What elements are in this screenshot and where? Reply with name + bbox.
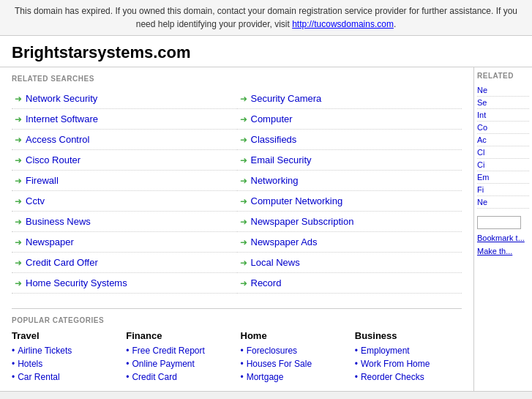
link-employment[interactable]: Employment — [361, 346, 410, 356]
link-hotels[interactable]: Hotels — [18, 359, 42, 369]
list-item: ➜ Home Security Systems — [12, 273, 237, 294]
arrow-icon: ➜ — [240, 176, 247, 186]
search-link-newspaper-subscription[interactable]: Newspaper Subscription — [251, 216, 354, 227]
search-link-home-security[interactable]: Home Security Systems — [26, 277, 127, 288]
list-item: Mortgage — [241, 370, 348, 384]
search-link-computer-networking[interactable]: Computer Networking — [251, 195, 343, 206]
link-airline-tickets[interactable]: Airline Tickets — [18, 346, 72, 356]
arrow-icon: ➜ — [15, 258, 22, 268]
arrow-icon: ➜ — [240, 155, 247, 165]
sidebar-search-input[interactable] — [477, 216, 521, 229]
arrow-icon: ➜ — [240, 196, 247, 206]
link-work-from-home[interactable]: Work From Home — [361, 359, 430, 369]
search-link-network-security[interactable]: Network Security — [26, 93, 97, 104]
search-link-record[interactable]: Record — [251, 277, 282, 288]
link-car-rental[interactable]: Car Rental — [18, 372, 59, 382]
list-item: Free Credit Report — [126, 344, 233, 357]
category-home-title: Home — [241, 330, 348, 341]
arrow-icon: ➜ — [15, 155, 22, 165]
list-item: ➜ Newspaper Ads — [237, 232, 462, 253]
sidebar-link-fi[interactable]: Fi — [477, 184, 529, 196]
sidebar-link-ci[interactable]: Ci — [477, 159, 529, 171]
sidebar-link-ne1[interactable]: Ne — [477, 84, 529, 97]
search-link-newspaper[interactable]: Newspaper — [26, 236, 74, 247]
expired-domain-banner: This domain has expired. If you owned th… — [0, 0, 532, 36]
list-item: Online Payment — [126, 357, 233, 370]
list-item: ➜ Access Control — [12, 130, 237, 150]
sidebar-make-link[interactable]: Make th... — [477, 247, 529, 256]
arrow-icon: ➜ — [240, 114, 247, 124]
category-home-list: Foreclosures Houses For Sale Mortgage — [241, 344, 348, 384]
list-item: Work From Home — [355, 357, 462, 370]
list-item: ➜ Email Security — [237, 150, 462, 171]
sidebar-link-co[interactable]: Co — [477, 122, 529, 134]
list-item: Car Rental — [12, 370, 119, 384]
link-online-payment[interactable]: Online Payment — [132, 359, 194, 369]
list-item: ➜ Record — [237, 273, 462, 294]
list-item: Foreclosures — [241, 344, 348, 357]
link-houses-for-sale[interactable]: Houses For Sale — [247, 359, 312, 369]
arrow-icon: ➜ — [15, 176, 22, 186]
search-link-classifieds[interactable]: Classifieds — [251, 134, 297, 145]
list-item: ➜ Firewall — [12, 171, 237, 191]
category-travel-title: Travel — [12, 330, 119, 341]
search-link-networking[interactable]: Networking — [251, 175, 299, 186]
main-layout: RELATED SEARCHES ➜ Network Security ➜ In… — [0, 67, 532, 391]
searches-left-col: ➜ Network Security ➜ Internet Software ➜… — [12, 89, 237, 294]
category-travel: Travel Airline Tickets Hotels Car Rental — [12, 330, 119, 384]
link-free-credit-report[interactable]: Free Credit Report — [132, 346, 204, 356]
category-business-list: Employment Work From Home Reorder Checks — [355, 344, 462, 384]
sidebar-link-cl[interactable]: Cl — [477, 146, 529, 159]
category-finance: Finance Free Credit Report Online Paymen… — [126, 330, 233, 384]
search-link-credit-card-offer[interactable]: Credit Card Offer — [26, 257, 98, 268]
search-link-access-control[interactable]: Access Control — [26, 134, 89, 145]
list-item: ➜ Cisco Router — [12, 150, 237, 171]
list-item: ➜ Cctv — [12, 191, 237, 212]
search-link-firewall[interactable]: Firewall — [26, 175, 59, 186]
sidebar-link-ac[interactable]: Ac — [477, 134, 529, 146]
sidebar-bottom: Bookmark t... Make th... — [477, 216, 529, 256]
list-item: ➜ Classifieds — [237, 130, 462, 150]
searches-grid: ➜ Network Security ➜ Internet Software ➜… — [12, 89, 462, 294]
sidebar-bookmark-link[interactable]: Bookmark t... — [477, 234, 529, 242]
arrow-icon: ➜ — [240, 237, 247, 247]
search-link-newspaper-ads[interactable]: Newspaper Ads — [251, 236, 318, 247]
sidebar-link-em[interactable]: Em — [477, 171, 529, 184]
list-item: ➜ Security Camera — [237, 89, 462, 109]
right-sidebar: RELATED Ne Se Int Co Ac Cl Ci Em Fi Ne B… — [473, 67, 532, 391]
category-finance-title: Finance — [126, 330, 233, 341]
category-travel-list: Airline Tickets Hotels Car Rental — [12, 344, 119, 384]
sidebar-link-int[interactable]: Int — [477, 109, 529, 122]
arrow-icon: ➜ — [15, 114, 22, 124]
search-link-security-camera[interactable]: Security Camera — [251, 93, 322, 104]
arrow-icon: ➜ — [240, 94, 247, 104]
popular-categories-section: POPULAR CATEGORIES Travel Airline Ticket… — [12, 308, 462, 384]
search-link-cisco-router[interactable]: Cisco Router — [26, 154, 80, 165]
link-foreclosures[interactable]: Foreclosures — [247, 346, 297, 356]
link-credit-card[interactable]: Credit Card — [132, 372, 176, 382]
searches-right-col: ➜ Security Camera ➜ Computer ➜ Classifie… — [237, 89, 462, 294]
sidebar-link-se[interactable]: Se — [477, 97, 529, 109]
category-home: Home Foreclosures Houses For Sale Mortga… — [241, 330, 348, 384]
arrow-icon: ➜ — [240, 278, 247, 288]
arrow-icon: ➜ — [240, 217, 247, 227]
list-item: Credit Card — [126, 370, 233, 384]
bottom-bar — [0, 391, 532, 399]
link-reorder-checks[interactable]: Reorder Checks — [361, 372, 424, 382]
list-item: Reorder Checks — [355, 370, 462, 384]
search-link-local-news[interactable]: Local News — [251, 257, 300, 268]
list-item: ➜ Newspaper — [12, 232, 237, 253]
arrow-icon: ➜ — [15, 196, 22, 206]
search-link-internet-software[interactable]: Internet Software — [26, 113, 98, 124]
search-link-computer[interactable]: Computer — [251, 113, 293, 124]
banner-link[interactable]: http://tucowsdomains.com — [292, 19, 394, 29]
link-mortgage[interactable]: Mortgage — [247, 372, 284, 382]
list-item: ➜ Computer — [237, 109, 462, 130]
search-link-business-news[interactable]: Business News — [26, 216, 91, 227]
search-link-cctv[interactable]: Cctv — [26, 195, 45, 206]
sidebar-link-ne2[interactable]: Ne — [477, 196, 529, 209]
list-item: Houses For Sale — [241, 357, 348, 370]
related-searches-label: RELATED SEARCHES — [12, 75, 462, 83]
right-sidebar-header: RELATED — [477, 72, 529, 80]
search-link-email-security[interactable]: Email Security — [251, 154, 312, 165]
